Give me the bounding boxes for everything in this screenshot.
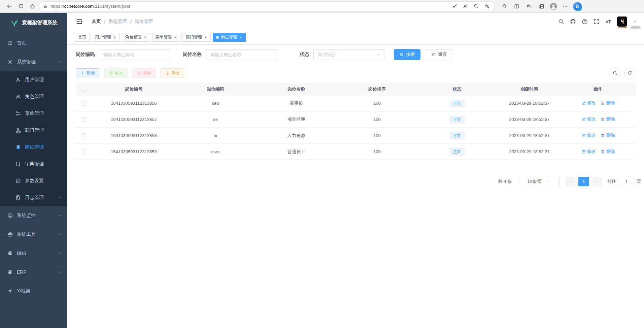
header-search-icon[interactable]: [558, 19, 564, 25]
cell-post-name: 项目经理: [254, 117, 338, 123]
collections-icon[interactable]: [537, 2, 546, 11]
cell-operations: 修改删除: [561, 116, 636, 123]
back-icon[interactable]: [5, 2, 14, 11]
sidebar-item-日志管理[interactable]: 日志管理: [0, 189, 67, 206]
copilot-icon[interactable]: b: [573, 2, 582, 11]
reload-icon[interactable]: [16, 2, 26, 11]
browser-profile-avatar[interactable]: [549, 2, 557, 10]
extensions-icon[interactable]: [500, 2, 509, 11]
favorites-icon[interactable]: [524, 2, 534, 11]
post-code-input[interactable]: [99, 49, 170, 60]
chevron-down-icon: [58, 214, 62, 218]
font-size-icon[interactable]: [605, 19, 611, 25]
avatar-caret-icon[interactable]: [633, 20, 637, 24]
tab-部门管理[interactable]: 部门管理: [182, 33, 211, 42]
search-button[interactable]: 搜索: [394, 49, 420, 60]
address-bar[interactable]: https://ccnetcore.com:1101/system/post: [39, 2, 494, 11]
tab-close-icon[interactable]: [112, 35, 117, 39]
password-key-icon[interactable]: [450, 2, 459, 10]
sidebar-item-label: 用户管理: [25, 77, 62, 83]
breadcrumb-item-岗位管理: 岗位管理: [135, 19, 154, 25]
monitor-icon: [7, 213, 13, 218]
sidebar-item-BBS[interactable]: BBS: [0, 244, 67, 263]
sidebar-item-用户管理[interactable]: 用户管理: [0, 71, 67, 88]
github-icon[interactable]: [570, 19, 576, 25]
show-search-button[interactable]: [609, 67, 621, 79]
goto-page-input[interactable]: [619, 177, 634, 186]
row-delete-link[interactable]: 删除: [601, 149, 615, 155]
user-avatar[interactable]: Ч: [617, 17, 627, 27]
split-screen-icon[interactable]: [512, 2, 521, 11]
row-delete-link[interactable]: 删除: [601, 116, 615, 122]
row-checkbox[interactable]: [81, 117, 86, 122]
delete-button[interactable]: 删除: [132, 68, 156, 78]
sidebar-item-Yi框架[interactable]: Yi框架: [0, 282, 67, 300]
sidebar-item-部门管理[interactable]: 部门管理: [0, 122, 67, 139]
row-edit-link[interactable]: 修改: [581, 100, 596, 106]
zoom-out-icon[interactable]: [472, 2, 480, 10]
tab-菜单管理[interactable]: 菜单管理: [152, 33, 180, 42]
tab-label: 部门管理: [186, 34, 202, 40]
sidebar-item-菜单管理[interactable]: 菜单管理: [0, 105, 67, 122]
tab-close-icon[interactable]: [203, 35, 208, 39]
read-aloud-icon[interactable]: [461, 2, 469, 10]
sidebar-item-系统管理[interactable]: 系统管理: [0, 53, 67, 71]
sidebar-item-岗位管理[interactable]: 岗位管理: [0, 139, 67, 156]
sidebar-item-ERP[interactable]: ERP: [0, 263, 67, 282]
sidebar-item-参数设置[interactable]: 参数设置: [0, 172, 67, 189]
edit-button[interactable]: 修改: [104, 68, 128, 78]
home-icon[interactable]: [28, 2, 37, 11]
tags-view: 首页用户管理角色管理菜单管理部门管理岗位管理: [67, 30, 644, 44]
tab-label: 菜单管理: [156, 34, 172, 40]
row-checkbox[interactable]: [81, 150, 86, 154]
select-all-checkbox[interactable]: [81, 87, 86, 92]
help-icon[interactable]: [582, 19, 588, 25]
row-edit-link[interactable]: 修改: [581, 132, 596, 138]
sidebar-item-角色管理[interactable]: 角色管理: [0, 88, 67, 105]
row-delete-link[interactable]: 删除: [601, 132, 615, 138]
prev-page-button[interactable]: [566, 177, 575, 186]
tab-首页[interactable]: 首页: [75, 33, 90, 42]
row-checkbox[interactable]: [81, 101, 86, 106]
app-logo[interactable]: 意框架管理系统: [0, 13, 67, 32]
sidebar-item-label: 日志管理: [25, 195, 54, 201]
sidebar-item-系统工具[interactable]: 系统工具: [0, 225, 67, 244]
cell-created-time: 2023-03-29 18:52:37: [498, 149, 561, 154]
add-button[interactable]: 新增: [76, 68, 99, 78]
add-favorite-icon[interactable]: [483, 2, 491, 10]
breadcrumb-item-首页[interactable]: 首页: [92, 19, 101, 25]
sidebar-fold-icon[interactable]: [75, 17, 84, 26]
export-button[interactable]: 导出: [161, 68, 184, 78]
cell-created-time: 2023-03-29 18:52:37: [498, 117, 561, 122]
page-number-1[interactable]: 1: [578, 177, 589, 186]
sidebar-menu: 首页系统管理用户管理角色管理菜单管理部门管理岗位管理字典管理参数设置日志管理系统…: [0, 32, 67, 300]
post-code-label: 岗位编码: [76, 52, 95, 58]
sidebar-item-系统监控[interactable]: 系统监控: [0, 206, 67, 225]
cell-post-code: user: [177, 149, 254, 154]
next-page-button[interactable]: [592, 177, 602, 186]
sidebar-item-字典管理[interactable]: 字典管理: [0, 156, 67, 172]
edit-icon: [109, 71, 113, 75]
tab-close-icon[interactable]: [173, 35, 178, 39]
tab-角色管理[interactable]: 角色管理: [122, 33, 150, 42]
tab-用户管理[interactable]: 用户管理: [92, 33, 120, 42]
post-name-input[interactable]: [206, 49, 277, 60]
page-scrollbar[interactable]: [631, 26, 641, 29]
refresh-table-button[interactable]: [624, 67, 636, 79]
row-edit-link[interactable]: 修改: [581, 116, 596, 122]
url-text[interactable]: https://ccnetcore.com:1101/system/post: [50, 4, 448, 9]
status-select[interactable]: 岗位状态: [313, 49, 384, 60]
row-edit-link[interactable]: 修改: [581, 149, 596, 155]
page-size-select[interactable]: 10条/页: [519, 177, 560, 186]
more-menu-icon[interactable]: [561, 2, 570, 11]
tab-岗位管理[interactable]: 岗位管理: [213, 33, 246, 42]
fullscreen-icon[interactable]: [594, 19, 600, 25]
row-checkbox[interactable]: [81, 133, 86, 138]
sidebar-item-首页[interactable]: 首页: [0, 34, 67, 53]
reset-button[interactable]: 重置: [426, 49, 452, 60]
row-delete-link[interactable]: 删除: [601, 100, 615, 106]
breadcrumb-separator: /: [130, 19, 132, 24]
tab-close-icon[interactable]: [238, 35, 243, 39]
tab-close-icon[interactable]: [143, 35, 147, 39]
cell-status: 正常: [416, 148, 498, 156]
